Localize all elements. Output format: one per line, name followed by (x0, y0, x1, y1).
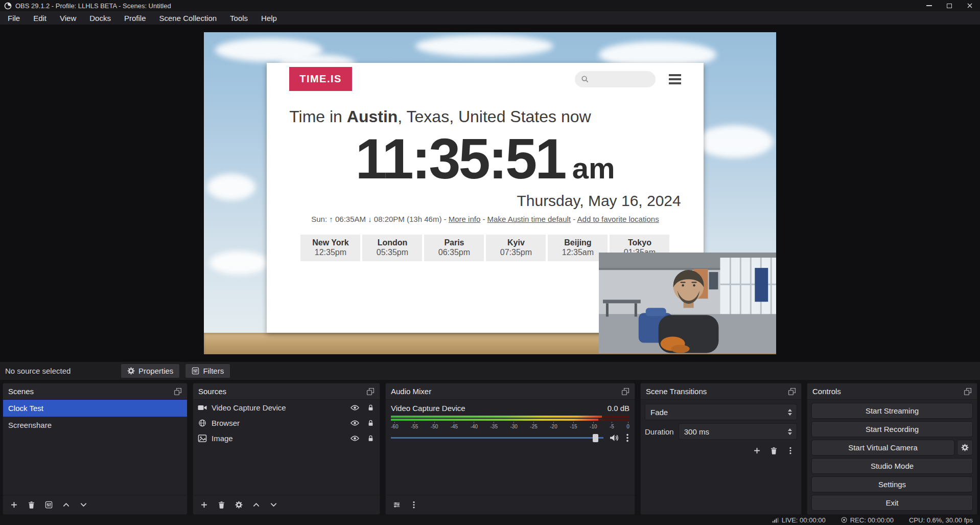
rec-time: REC: 00:00:00 (850, 516, 894, 524)
db-tick: -60 (391, 422, 398, 429)
volume-slider-handle[interactable] (593, 434, 598, 442)
lock-icon[interactable] (366, 435, 375, 442)
speaker-icon[interactable] (610, 433, 619, 442)
filters-icon (192, 367, 199, 375)
db-tick: -50 (431, 422, 438, 429)
webcam-source[interactable] (599, 253, 776, 353)
popout-dock-icon[interactable] (366, 387, 375, 396)
heading-city: Austin (347, 107, 398, 126)
remove-scene-button[interactable] (25, 498, 38, 512)
eye-icon[interactable] (351, 420, 359, 426)
add-transition-button[interactable] (750, 444, 763, 457)
filters-icon (45, 501, 53, 509)
menu-tools[interactable]: Tools (223, 11, 254, 25)
popout-dock-icon[interactable] (174, 387, 182, 396)
heading-suffix: , Texas, United States now (398, 107, 591, 126)
eye-icon[interactable] (351, 404, 359, 411)
settings-button[interactable]: Settings (811, 476, 973, 492)
menu-scene-collection[interactable]: Scene Collection (153, 11, 224, 25)
add-scene-button[interactable] (7, 498, 20, 512)
transition-properties-button[interactable] (784, 444, 797, 457)
advanced-audio-button[interactable] (390, 498, 403, 512)
menubar: File Edit View Docks Profile Scene Colle… (0, 11, 980, 25)
menu-edit[interactable]: Edit (27, 11, 53, 25)
move-source-down-button[interactable] (267, 498, 280, 512)
source-properties-button[interactable] (232, 498, 245, 512)
timeis-heading: Time in Austin, Texas, United States now (289, 107, 681, 126)
mixer-toolbar (386, 495, 635, 514)
remove-transition-button[interactable] (767, 444, 780, 457)
menu-help[interactable]: Help (254, 11, 284, 25)
transitions-title: Scene Transitions (646, 387, 707, 396)
minimize-button[interactable] (919, 0, 939, 11)
city-name: Beijing (548, 238, 608, 247)
transition-select[interactable]: Fade (645, 404, 797, 420)
timeis-header: TIME.IS (289, 64, 681, 94)
add-favorite-link: Add to favorite locations (577, 215, 659, 223)
lock-icon[interactable] (366, 404, 375, 411)
controls-header: Controls (807, 383, 977, 400)
virtual-camera-settings-button[interactable] (957, 440, 973, 455)
menu-view[interactable]: View (53, 11, 83, 25)
sliders-icon (393, 501, 401, 509)
heading-prefix: Time in (289, 107, 347, 126)
scene-filters-button[interactable] (42, 498, 55, 512)
move-source-up-button[interactable] (249, 498, 263, 512)
source-item-video-capture[interactable]: Video Capture Device (193, 400, 380, 415)
mixer-menu-button[interactable] (407, 498, 421, 512)
move-scene-down-button[interactable] (77, 498, 90, 512)
search-icon (581, 75, 589, 83)
start-streaming-button[interactable]: Start Streaming (811, 403, 973, 419)
db-tick: -25 (530, 422, 537, 429)
add-source-button[interactable] (197, 498, 211, 512)
source-label: Browser (212, 419, 343, 427)
remove-source-button[interactable] (215, 498, 228, 512)
menu-profile[interactable]: Profile (118, 11, 153, 25)
program-canvas[interactable]: TIME.IS Time in Austin, Texas, United St… (204, 32, 776, 354)
eye-icon[interactable] (351, 435, 359, 442)
more-info-link: More info (449, 215, 481, 223)
properties-button[interactable]: Properties (121, 363, 180, 378)
popout-dock-icon[interactable] (788, 387, 796, 396)
city-time: 12:35pm (300, 248, 360, 257)
kebab-menu-icon[interactable] (625, 433, 629, 442)
menu-docks[interactable]: Docks (83, 11, 118, 25)
menu-file[interactable]: File (1, 11, 27, 25)
globe-icon (198, 419, 207, 427)
start-virtual-camera-button[interactable]: Start Virtual Camera (811, 440, 954, 455)
db-tick: -40 (471, 422, 478, 429)
db-tick: 0 (626, 422, 629, 429)
volume-slider[interactable] (391, 434, 603, 442)
chevron-up-icon (62, 501, 70, 509)
source-item-image[interactable]: Image (193, 430, 380, 446)
scene-item-clock-test[interactable]: Clock Test (3, 400, 187, 417)
spinbox-arrows[interactable] (783, 424, 797, 439)
properties-label: Properties (138, 367, 173, 375)
popout-dock-icon[interactable] (621, 387, 629, 396)
titlebar: OBS 29.1.2 - Profile: LLHLS BETA - Scene… (0, 0, 980, 11)
start-recording-button[interactable]: Start Recording (811, 421, 973, 437)
move-scene-up-button[interactable] (59, 498, 73, 512)
webcam-video (599, 253, 776, 353)
timeis-logo: TIME.IS (289, 67, 352, 91)
live-status: LIVE: 00:00:00 (772, 516, 826, 524)
link-separator: - (482, 215, 485, 223)
lock-icon[interactable] (366, 420, 375, 426)
rec-status: REC: 00:00:00 (841, 516, 894, 524)
close-button[interactable] (960, 0, 980, 11)
search-input (592, 75, 646, 83)
source-item-browser[interactable]: Browser (193, 415, 380, 430)
filters-button[interactable]: Filters (185, 363, 230, 378)
window-title: OBS 29.1.2 - Profile: LLHLS BETA - Scene… (15, 2, 171, 10)
controls-title: Controls (812, 387, 841, 396)
plus-icon (753, 447, 761, 454)
exit-button[interactable]: Exit (811, 495, 973, 511)
select-arrows[interactable] (783, 404, 797, 420)
close-icon (967, 3, 973, 9)
duration-spinbox[interactable]: 300 ms (679, 423, 797, 440)
maximize-button[interactable] (939, 0, 960, 11)
channel-level-db: 0.0 dB (608, 404, 629, 413)
popout-dock-icon[interactable] (964, 387, 972, 396)
scene-item-screenshare[interactable]: Screenshare (3, 417, 187, 433)
studio-mode-button[interactable]: Studio Mode (811, 458, 973, 474)
